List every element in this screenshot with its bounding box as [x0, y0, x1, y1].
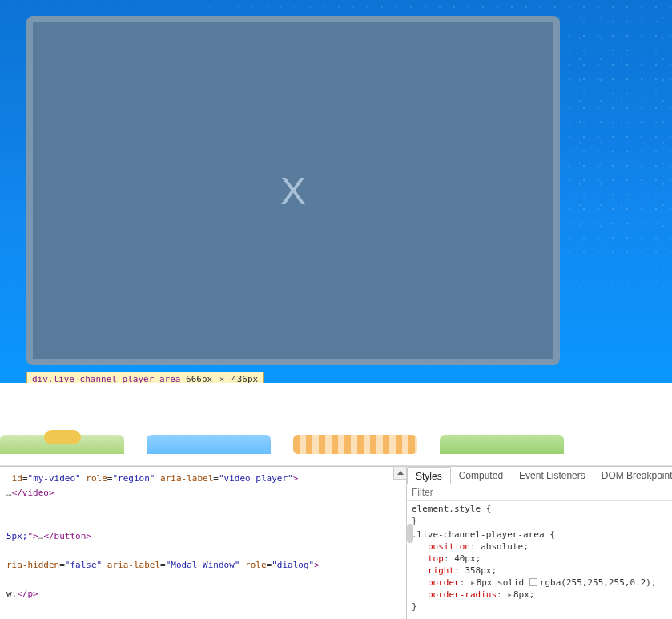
live-channel-player-area[interactable]: X — [26, 16, 560, 365]
scrollbar-thumb[interactable] — [407, 524, 413, 543]
css-declaration[interactable]: border: ▸8px solid rgba(255,255,255,0.2)… — [412, 577, 672, 589]
dom-line[interactable] — [3, 500, 406, 515]
dom-line[interactable]: …</video> — [3, 486, 406, 500]
tab-event-listeners[interactable]: Event Listeners — [511, 467, 594, 484]
thumbnail-strip — [0, 383, 672, 466]
thumb-row — [0, 435, 672, 454]
dom-line[interactable]: ria-hidden="false" aria-label="Modal Win… — [3, 558, 406, 573]
inspect-times: × — [219, 374, 225, 383]
styles-filter-input[interactable] — [407, 484, 672, 500]
css-rule[interactable]: element.style { } — [412, 503, 672, 527]
dom-line[interactable]: w.</p> — [3, 587, 406, 601]
player-placeholder-icon: X — [280, 169, 306, 213]
dom-line[interactable] — [3, 515, 406, 529]
inspect-width: 666px — [186, 374, 212, 383]
dom-line[interactable] — [3, 544, 406, 558]
tab-styles[interactable]: Styles — [407, 467, 451, 484]
css-declaration[interactable]: right: 358px; — [412, 565, 672, 577]
css-declaration[interactable]: top: 40px; — [412, 553, 672, 565]
dom-line[interactable]: id="my-video" role="region" aria-label="… — [3, 472, 406, 486]
tab-computed[interactable]: Computed — [451, 467, 511, 484]
inspect-selector: div.live-channel-player-area — [32, 374, 180, 383]
css-selector: .live-channel-player-area — [412, 529, 545, 540]
styles-filter-row — [407, 484, 672, 501]
scroll-up-button[interactable] — [393, 467, 406, 480]
thumb-item[interactable] — [0, 435, 124, 454]
inspect-height: 436px — [231, 374, 258, 383]
styles-tabs: Styles Computed Event Listeners DOM Brea… — [407, 467, 672, 484]
styles-panel: Styles Computed Event Listeners DOM Brea… — [407, 467, 672, 619]
tab-dom-breakpoints[interactable]: DOM Breakpoints — [594, 467, 672, 484]
dom-line[interactable] — [3, 573, 406, 587]
devtools-panel: id="my-video" role="region" aria-label="… — [0, 466, 672, 619]
dom-line[interactable]: 5px;">…</button> — [3, 529, 406, 544]
css-rule[interactable]: .live-channel-player-area { position: ab… — [412, 529, 672, 613]
thumb-item[interactable] — [440, 435, 564, 454]
elements-panel[interactable]: id="my-video" role="region" aria-label="… — [0, 467, 407, 619]
css-declaration[interactable]: position: absolute; — [412, 541, 672, 553]
css-declaration[interactable]: border-radius: ▸8px; — [412, 589, 672, 601]
element-inspect-tooltip: div.live-channel-player-area 666px × 436… — [26, 372, 264, 383]
color-swatch-icon[interactable] — [529, 578, 537, 586]
thumb-item[interactable] — [147, 435, 271, 454]
styles-body[interactable]: element.style { } .live-channel-player-a… — [407, 501, 672, 619]
page-hero: X div.live-channel-player-area 666px × 4… — [0, 0, 672, 383]
thumb-item[interactable] — [293, 435, 417, 454]
css-selector: element.style — [412, 504, 481, 514]
